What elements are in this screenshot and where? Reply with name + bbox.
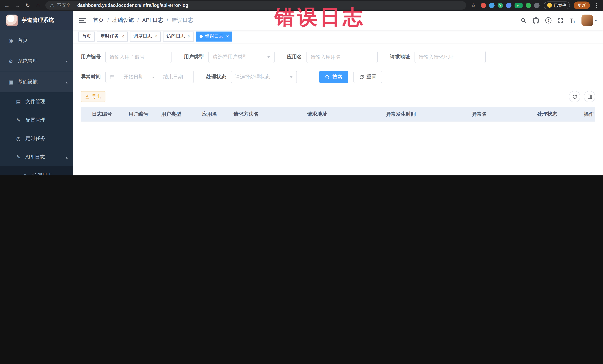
font-size-icon[interactable]: TT	[570, 17, 575, 23]
chevron-icon	[66, 59, 68, 63]
request-url-field[interactable]	[419, 54, 481, 60]
breadcrumb-item[interactable]: API 日志	[142, 17, 163, 24]
navbar-actions: ? TT ▾	[521, 15, 597, 26]
sidebar-item-system[interactable]: ⚙ 系统管理	[0, 51, 73, 71]
sidebar: 芋道管理系统 ◉ 首页 ⚙ 系统管理	[0, 11, 73, 176]
tab-error-log[interactable]: 错误日志 ×	[196, 31, 232, 41]
chevron-down-icon	[267, 56, 270, 58]
menu-item-label: 基础设施	[18, 78, 38, 85]
search-icon	[325, 74, 330, 79]
access-log-icon: ✎	[22, 172, 28, 176]
user-id-field[interactable]	[110, 54, 167, 60]
close-icon[interactable]: ×	[188, 34, 190, 39]
tab-access-log[interactable]: 访问日志 ×	[163, 31, 194, 41]
breadcrumb-item[interactable]: 错误日志	[172, 17, 193, 24]
extension-icon[interactable]	[506, 3, 511, 8]
date-range-picker[interactable]: 开始日期 - 结束日期	[105, 71, 194, 83]
app-logo[interactable]: 芋道管理系统	[0, 11, 73, 30]
tab-label: 访问日志	[166, 33, 185, 39]
process-status-select[interactable]: 请选择处理状态	[231, 71, 297, 83]
tab-label: 定时任务	[100, 33, 119, 39]
date-start-placeholder: 开始日期	[117, 73, 150, 80]
back-icon[interactable]: ←	[4, 2, 10, 8]
breadcrumb-separator: /	[137, 17, 139, 23]
sidebar-collapse-icon[interactable]	[79, 18, 86, 23]
refresh-table-button[interactable]	[569, 91, 580, 102]
reload-icon[interactable]: ↻	[25, 2, 31, 8]
extension-icon[interactable]: on	[515, 3, 523, 8]
request-url-input[interactable]	[415, 51, 486, 63]
extension-icon[interactable]	[534, 3, 540, 8]
page-content: 用户编号 用户类型 请选择用户类型 应用名	[73, 43, 603, 176]
close-icon[interactable]: ×	[122, 34, 124, 39]
column-header: 日志编号	[81, 110, 123, 117]
column-header: 用户类型	[154, 110, 188, 117]
breadcrumb-item[interactable]: 基础设施	[112, 17, 134, 24]
extension-icon[interactable]	[481, 3, 486, 8]
app-name-label: 应用名	[287, 53, 302, 60]
log-icon: ✎	[15, 154, 22, 160]
dashboard-icon: ◉	[8, 37, 14, 43]
avatar[interactable]	[581, 15, 593, 26]
filter-row-1: 用户编号 用户类型 请选择用户类型 应用名	[81, 51, 595, 63]
search-icon[interactable]	[521, 17, 527, 23]
sidebar-item-api-log[interactable]: ✎ API 日志	[0, 148, 73, 166]
menu-item-label: 定时任务	[25, 135, 46, 142]
gear-icon: ⚙	[8, 58, 14, 64]
bookmark-star-icon[interactable]: ☆	[470, 2, 476, 8]
tab-home[interactable]: 首页	[78, 31, 94, 41]
close-icon[interactable]: ×	[155, 34, 157, 39]
tab-scheduled-jobs[interactable]: 定时任务 ×	[97, 31, 128, 41]
process-status-placeholder: 请选择处理状态	[235, 73, 270, 80]
browser-home-icon[interactable]: ⌂	[35, 2, 41, 8]
sidebar-item-files[interactable]: ▤ 文件管理	[0, 92, 73, 111]
logo-image	[6, 15, 18, 26]
error-log-table: 日志编号 用户编号 用户类型 应用名 请求方法名 请求地址 异常发生时间	[81, 107, 595, 176]
column-header: 用户编号	[123, 110, 154, 117]
github-icon[interactable]	[533, 17, 539, 23]
export-button[interactable]: 导出	[81, 91, 105, 102]
column-settings-button[interactable]	[584, 91, 595, 102]
user-id-input[interactable]	[105, 51, 172, 63]
sidebar-item-jobs[interactable]: ◷ 定时任务	[0, 129, 73, 148]
user-menu: ▾	[581, 15, 597, 26]
forward-icon[interactable]: →	[14, 2, 20, 8]
user-id-label: 用户编号	[81, 53, 101, 60]
update-button[interactable]: 更新	[574, 1, 590, 9]
app-name-field[interactable]	[311, 54, 373, 60]
column-header: 异常发生时间	[373, 110, 429, 117]
breadcrumb: 首页 / 基础设施 / API 日志 / 错误日志	[93, 17, 193, 24]
fullscreen-icon[interactable]	[558, 17, 564, 23]
chevron-down-icon	[290, 76, 293, 78]
request-url-label: 请求地址	[390, 53, 410, 60]
browser-menu-icon[interactable]: ⋮	[594, 2, 599, 8]
help-icon[interactable]: ?	[545, 17, 551, 23]
extension-icon[interactable]	[489, 3, 495, 8]
app-title: 芋道管理系统	[22, 17, 54, 24]
download-icon	[85, 94, 90, 99]
sidebar-item-config[interactable]: ✎ 配置管理	[0, 111, 73, 129]
menu-item-label: 访问日志	[32, 172, 52, 176]
address-bar[interactable]: ⚠ 不安全 | dashboard.yudao.iocoder.cn/infra…	[46, 1, 466, 10]
breadcrumb-item[interactable]: 首页	[93, 17, 104, 24]
security-label: 不安全	[57, 2, 71, 9]
extension-icon[interactable]: Y	[498, 3, 503, 8]
sidebar-item-access-log[interactable]: ✎ 访问日志	[0, 166, 73, 176]
table-toolbar: 导出	[81, 91, 595, 102]
breadcrumb-separator: /	[167, 17, 168, 23]
annotation-error-log: 错误日志	[275, 4, 365, 31]
paused-badge[interactable]: 已暂停	[544, 1, 570, 9]
close-icon[interactable]: ×	[226, 34, 229, 39]
extension-icon[interactable]	[526, 3, 531, 8]
column-header: 处理状态	[530, 110, 565, 117]
app-name-input[interactable]	[306, 51, 378, 63]
cell-app-name: dashboard	[188, 122, 231, 176]
reset-button[interactable]: 重置	[353, 71, 383, 83]
menu-item-label: 配置管理	[25, 117, 46, 124]
columns-icon	[587, 94, 592, 99]
search-button[interactable]: 搜索	[319, 71, 348, 83]
sidebar-item-infra[interactable]: ▣ 基础设施	[0, 71, 73, 92]
extensions-row: Y on	[481, 3, 539, 8]
tab-schedule-log[interactable]: 调度日志 ×	[130, 31, 161, 41]
sidebar-item-home[interactable]: ◉ 首页	[0, 30, 73, 51]
